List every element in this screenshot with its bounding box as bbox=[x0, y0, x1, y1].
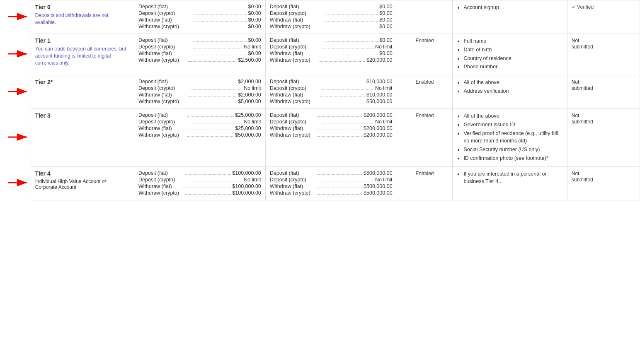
arrow-col bbox=[0, 0, 31, 34]
limit-value: No limit bbox=[375, 119, 393, 125]
limit-value: $500,000.00 bbox=[364, 170, 393, 176]
red-arrow-icon bbox=[8, 129, 31, 145]
limit-label: Withdraw (crypto) bbox=[138, 190, 184, 196]
requirement-item: Full name bbox=[463, 37, 562, 45]
tier-name: Tier 3 bbox=[35, 112, 130, 119]
tier-cell: Tier 1You can trade between all currenci… bbox=[31, 34, 134, 75]
requirement-item: Verified proof of residence (e.g., utili… bbox=[463, 130, 562, 145]
limit-row: Withdraw (crypto) $50,000.00 bbox=[138, 132, 261, 138]
limit-value: $10,000.00 bbox=[366, 79, 393, 84]
requirement-item: Government issued ID bbox=[463, 121, 562, 129]
limit-value: No limit bbox=[244, 119, 261, 125]
limit-value: $2,000.00 bbox=[238, 92, 261, 98]
daily-limits-cell: Deposit (fiat) $100,000.00 Deposit (cryp… bbox=[134, 166, 266, 200]
limit-value: $25,000.00 bbox=[235, 125, 261, 131]
requirements-cell: All of the aboveGovernment issued IDVeri… bbox=[453, 109, 567, 167]
limit-label: Deposit (crypto) bbox=[138, 10, 192, 16]
limit-dots bbox=[322, 123, 373, 123]
limit-value: No limit bbox=[375, 177, 393, 183]
trading-enabled-cell: Enabled bbox=[397, 75, 453, 109]
table-row: Tier 0Deposits and withdrawals are not a… bbox=[0, 0, 640, 34]
limit-row: Withdraw (fiat) $0.00 bbox=[138, 51, 261, 56]
limit-dots bbox=[191, 48, 242, 48]
limit-label: Withdraw (fiat) bbox=[270, 17, 323, 23]
tier-cell: Tier 0Deposits and withdrawals are not a… bbox=[31, 0, 134, 34]
requirements-list: Account signup bbox=[457, 4, 562, 12]
limit-label: Withdraw (crypto) bbox=[270, 57, 317, 63]
limit-row: Withdraw (crypto) $0.00 bbox=[138, 24, 261, 29]
limit-value: $50,000.00 bbox=[366, 99, 393, 104]
table-row: Tier 2* Deposit (fiat) $2,000.00 Deposit… bbox=[0, 75, 640, 109]
limit-dots bbox=[322, 181, 373, 181]
tier-cell: Tier 4Individual High Value Account orCo… bbox=[31, 166, 134, 200]
status-cell: Notsubmitted bbox=[567, 75, 640, 109]
monthly-limits-cell: Deposit (fiat) $200,000.00 Deposit (cryp… bbox=[265, 109, 397, 167]
daily-limits-cell: Deposit (fiat) $2,000.00 Deposit (crypto… bbox=[134, 75, 266, 109]
limit-row: Withdraw (fiat) $2,000.00 bbox=[138, 92, 261, 98]
trading-badge: Enabled bbox=[415, 171, 434, 176]
limit-dots bbox=[317, 136, 362, 137]
status-badge: Notsubmitted bbox=[572, 171, 593, 183]
tier-cell: Tier 2* bbox=[31, 75, 134, 109]
limit-label: Withdraw (crypto) bbox=[138, 99, 187, 104]
limit-row: Deposit (crypto) No limit bbox=[138, 177, 261, 183]
limit-row: Withdraw (crypto) $100,000.00 bbox=[138, 190, 261, 196]
limit-label: Withdraw (fiat) bbox=[138, 17, 192, 23]
status-badge: ✓ Verified bbox=[572, 4, 594, 10]
limit-row: Deposit (crypto) No limit bbox=[138, 119, 261, 125]
limit-label: Deposit (fiat) bbox=[270, 170, 315, 176]
limit-dots bbox=[318, 61, 365, 62]
limit-label: Withdraw (crypto) bbox=[270, 190, 315, 196]
tier-description-alt: Individual High Value Account orCorporat… bbox=[35, 178, 130, 190]
limit-value: $0.00 bbox=[379, 37, 392, 43]
limit-row: Withdraw (fiat) $10,000.00 bbox=[270, 92, 393, 98]
limit-label: Withdraw (crypto) bbox=[270, 99, 317, 104]
status-badge: Notsubmitted bbox=[572, 113, 593, 125]
limit-value: $0.00 bbox=[379, 51, 392, 56]
tier-name: Tier 0 bbox=[35, 4, 130, 10]
limit-label: Withdraw (fiat) bbox=[270, 92, 317, 98]
limit-dots bbox=[318, 103, 365, 103]
limit-value: $0.00 bbox=[248, 4, 261, 10]
limit-value: $0.00 bbox=[379, 24, 392, 29]
limit-value: No limit bbox=[375, 85, 393, 91]
limit-dots bbox=[193, 8, 246, 8]
limit-dots bbox=[187, 130, 234, 130]
limit-row: Withdraw (crypto) $5,000.00 bbox=[138, 99, 261, 104]
requirement-item: ID confirmation photo (see footnote)* bbox=[463, 154, 562, 162]
red-arrow-icon bbox=[8, 46, 31, 62]
limit-label: Withdraw (fiat) bbox=[138, 51, 192, 56]
limit-dots bbox=[187, 116, 234, 117]
limit-label: Withdraw (fiat) bbox=[270, 51, 323, 56]
status-cell: ✓ Verified bbox=[567, 0, 640, 34]
tier-name: Tier 2* bbox=[35, 79, 130, 85]
limit-label: Deposit (fiat) bbox=[270, 79, 317, 84]
limit-row: Deposit (crypto) No limit bbox=[270, 119, 393, 125]
limit-row: Deposit (crypto) No limit bbox=[138, 85, 261, 91]
requirement-item: All of the above bbox=[463, 112, 562, 120]
limit-dots bbox=[193, 55, 246, 55]
limit-dots bbox=[191, 123, 242, 123]
trading-enabled-cell: Enabled bbox=[397, 166, 453, 200]
arrow-col bbox=[0, 166, 31, 200]
limit-row: Deposit (fiat) $10,000.00 bbox=[270, 79, 393, 84]
limit-dots bbox=[188, 61, 236, 62]
limit-row: Deposit (fiat) $25,000.00 bbox=[138, 112, 261, 118]
limit-label: Deposit (fiat) bbox=[138, 79, 187, 84]
status-cell: Notsubmitted bbox=[567, 34, 640, 75]
limit-value: No limit bbox=[244, 85, 261, 91]
status-cell: Notsubmitted bbox=[567, 166, 640, 200]
limit-value: $100,000.00 bbox=[232, 183, 261, 189]
limit-dots bbox=[193, 21, 246, 22]
verification-tiers-table: Tier 0Deposits and withdrawals are not a… bbox=[0, 0, 640, 200]
limit-label: Withdraw (crypto) bbox=[138, 24, 192, 29]
limit-row: Deposit (fiat) $500,000.00 bbox=[270, 170, 393, 176]
limit-value: $0.00 bbox=[379, 4, 392, 10]
daily-limits-cell: Deposit (fiat) $25,000.00 Deposit (crypt… bbox=[134, 109, 266, 167]
requirements-list: Full nameDate of birthCountry of residen… bbox=[457, 37, 562, 71]
limit-dots bbox=[317, 188, 362, 188]
limit-label: Withdraw (crypto) bbox=[270, 132, 315, 138]
limit-value: $100,000.00 bbox=[232, 190, 261, 196]
requirement-item: All of the above bbox=[463, 79, 562, 87]
limit-label: Withdraw (fiat) bbox=[138, 183, 184, 189]
